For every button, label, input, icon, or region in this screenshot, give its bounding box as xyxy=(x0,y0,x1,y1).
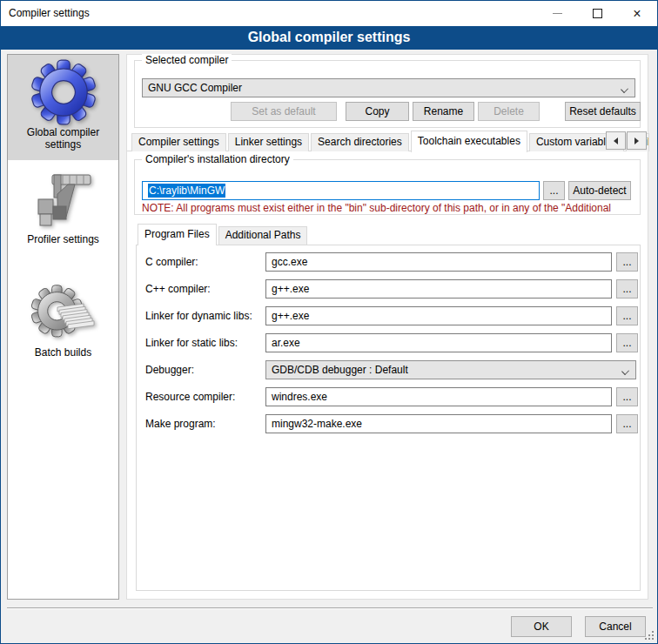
delete-button[interactable]: Delete xyxy=(478,102,540,121)
gear-blue-icon xyxy=(30,59,97,125)
sidebar-item-global-compiler-settings[interactable]: Global compiler settings xyxy=(8,55,118,160)
cancel-button[interactable]: Cancel xyxy=(585,616,646,637)
chevron-down-icon xyxy=(621,86,628,93)
program-files-page: C compiler: gcc.exe ... C++ compiler: g+… xyxy=(136,245,641,591)
browse-directory-button[interactable]: ... xyxy=(543,181,565,200)
browse-dynamic-linker-button[interactable]: ... xyxy=(616,306,638,325)
c-compiler-input[interactable]: gcc.exe xyxy=(265,252,612,272)
tab-toolchain-executables[interactable]: Toolchain executables xyxy=(411,131,527,152)
make-program-input[interactable]: mingw32-make.exe xyxy=(265,414,612,433)
browse-cpp-compiler-button[interactable]: ... xyxy=(616,279,638,299)
static-linker-input[interactable]: ar.exe xyxy=(265,333,612,352)
reset-defaults-button[interactable]: Reset defaults xyxy=(565,102,641,121)
maximize-icon xyxy=(593,9,602,18)
toolchain-subtabstrip: Program Files Additional Paths xyxy=(138,224,309,245)
arrow-right-icon xyxy=(634,138,639,144)
footer-separator-highlight xyxy=(7,608,653,609)
group-legend: Selected compiler xyxy=(142,54,232,66)
installation-directory-group: Compiler's installation directory C:\ray… xyxy=(134,159,641,215)
title-bar[interactable]: Compiler settings × xyxy=(1,1,657,26)
ok-button[interactable]: OK xyxy=(511,616,572,637)
selected-text: C:\raylib\MinGW xyxy=(148,184,225,198)
settings-sidebar: Global compiler settings P xyxy=(7,54,119,600)
compiler-settings-dialog: Compiler settings × Global compiler sett… xyxy=(0,0,658,644)
chevron-down-icon xyxy=(622,368,629,375)
browse-static-linker-button[interactable]: ... xyxy=(616,333,638,352)
cpp-compiler-input[interactable]: g++.exe xyxy=(265,279,612,299)
tab-linker-settings[interactable]: Linker settings xyxy=(228,133,309,151)
browse-make-program-button[interactable]: ... xyxy=(616,414,638,433)
debugger-select[interactable]: GDB/CDB debugger : Default xyxy=(265,360,636,379)
tab-search-directories[interactable]: Search directories xyxy=(311,133,409,151)
group-legend: Compiler's installation directory xyxy=(142,153,293,165)
caliper-icon xyxy=(31,168,96,232)
resource-compiler-input[interactable]: windres.exe xyxy=(265,387,612,406)
copy-button[interactable]: Copy xyxy=(346,102,409,121)
tab-scroll-left-button[interactable] xyxy=(606,131,626,150)
tab-compiler-settings[interactable]: Compiler settings xyxy=(131,133,226,151)
browse-c-compiler-button[interactable]: ... xyxy=(616,252,638,272)
sidebar-item-label: Profiler settings xyxy=(8,233,118,245)
browse-resource-compiler-button[interactable]: ... xyxy=(616,387,638,406)
field-label: Make program: xyxy=(145,414,216,433)
auto-detect-button[interactable]: Auto-detect xyxy=(568,181,631,200)
compiler-select-value: GNU GCC Compiler xyxy=(148,82,242,94)
set-as-default-button[interactable]: Set as default xyxy=(231,102,337,121)
compiler-select[interactable]: GNU GCC Compiler xyxy=(142,78,635,97)
maximize-button[interactable] xyxy=(577,1,617,26)
field-label: Linker for dynamic libs: xyxy=(145,306,252,325)
subtab-program-files[interactable]: Program Files xyxy=(138,224,217,245)
main-panel: Selected compiler GNU GCC Compiler Set a… xyxy=(126,54,648,600)
rename-button[interactable]: Rename xyxy=(413,102,474,121)
window-controls: × xyxy=(537,1,657,26)
field-label: Resource compiler: xyxy=(145,387,235,406)
window-title: Compiler settings xyxy=(9,1,90,26)
dynamic-linker-input[interactable]: g++.exe xyxy=(265,306,612,325)
field-label: C compiler: xyxy=(145,252,198,272)
field-label: Debugger: xyxy=(145,360,194,379)
sidebar-item-batch-builds[interactable]: Batch builds xyxy=(8,277,118,378)
note-text: NOTE: All programs must exist either in … xyxy=(142,202,634,214)
installation-directory-input[interactable]: C:\raylib\MinGW xyxy=(142,181,540,200)
resize-grip-icon[interactable] xyxy=(644,630,655,641)
selected-compiler-group: Selected compiler GNU GCC Compiler Set a… xyxy=(134,60,641,128)
close-icon: × xyxy=(633,7,641,21)
sidebar-item-label: Global compiler settings xyxy=(8,126,118,151)
sidebar-item-label: Batch builds xyxy=(8,346,118,359)
main-tabstrip: Compiler settings Linker settings Search… xyxy=(131,131,651,151)
field-label: C++ compiler: xyxy=(145,279,211,299)
tab-scroll-right-button[interactable] xyxy=(627,131,647,150)
gear-stack-icon xyxy=(31,281,96,345)
minimize-button[interactable] xyxy=(537,1,577,26)
debugger-select-value: GDB/CDB debugger : Default xyxy=(272,364,408,376)
subtab-additional-paths[interactable]: Additional Paths xyxy=(218,226,308,245)
close-button[interactable]: × xyxy=(617,1,657,26)
sidebar-item-profiler-settings[interactable]: Profiler settings xyxy=(8,164,118,265)
page-title: Global compiler settings xyxy=(1,26,657,50)
minimize-icon xyxy=(553,13,562,14)
arrow-left-icon xyxy=(614,138,618,144)
field-label: Linker for static libs: xyxy=(145,333,238,352)
